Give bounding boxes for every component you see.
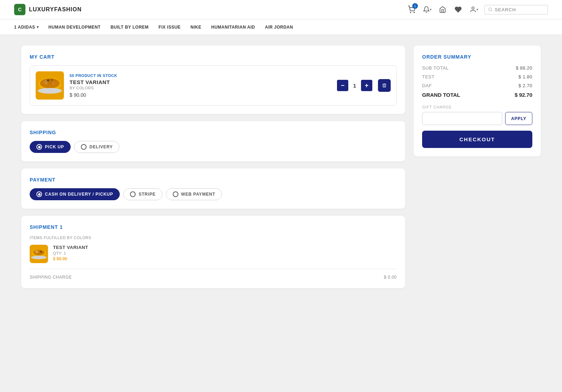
shipping-title: SHIPPING	[30, 130, 397, 135]
stripe-label: STRIPE	[138, 192, 155, 197]
bell-chevron: ▾	[430, 8, 432, 11]
stripe-button[interactable]: STRIPE	[123, 188, 162, 200]
test-value: $ 1.80	[519, 74, 532, 79]
store-icon[interactable]	[438, 5, 448, 14]
web-payment-radio-icon	[173, 191, 178, 197]
product-image	[36, 71, 64, 100]
nav-item-humanitarian-aid[interactable]: HUMANITARIAN AID	[211, 25, 255, 30]
gift-charge-label: GIFT CHARGE	[422, 105, 532, 109]
shipment-item: TEST VARIANT QTY: 1 $ 90.00	[30, 245, 397, 263]
logo-icon[interactable]: C	[14, 4, 25, 15]
pickup-label: PICK UP	[45, 144, 64, 149]
delivery-button[interactable]: DELIVERY	[74, 141, 119, 153]
pickup-radio-icon	[36, 144, 42, 150]
nav-item-adidas[interactable]: 1 ADIDAS	[14, 25, 39, 30]
in-stock-label: 50 PRODUCT IN STOCK	[70, 73, 331, 78]
svg-point-12	[51, 79, 53, 81]
gift-charge-input[interactable]	[422, 112, 502, 125]
payment-title: PAYMENT	[30, 177, 397, 183]
test-row: TEST $ 1.80	[422, 74, 532, 79]
shipment-title: SHIPMENT 1	[30, 224, 397, 230]
grand-total-value: $ 92.70	[515, 92, 532, 98]
bell-icon[interactable]: ▾	[422, 5, 432, 14]
cart-title: MY CART	[30, 54, 397, 60]
shipping-charge-value: $ 0.00	[384, 275, 397, 280]
apply-button[interactable]: APPLY	[505, 112, 532, 125]
cart-item-image	[36, 71, 64, 100]
payment-card: PAYMENT CASH ON DELIVERY / PICKUP STRIPE…	[21, 168, 405, 209]
delivery-radio-icon	[81, 144, 87, 150]
nav-item-fix-issue[interactable]: FIX ISSUE	[159, 25, 181, 30]
qty-decrease-button[interactable]: −	[337, 80, 348, 91]
user-chevron: ▾	[477, 8, 478, 11]
nav-item-air-jordan[interactable]: AIR JORDAN	[265, 25, 293, 30]
nav-item-built-by-lorem[interactable]: BUILT BY LOREM	[111, 25, 149, 30]
web-payment-label: WEB PAYMENT	[181, 192, 215, 197]
header-left: C LUXURYFASHION	[14, 4, 82, 15]
svg-point-18	[40, 251, 42, 253]
shipment-product-image	[30, 245, 48, 263]
delivery-label: DELIVERY	[89, 144, 113, 149]
left-panel: MY CART	[21, 46, 405, 288]
grand-total-row: GRAND TOTAL $ 92.70	[422, 92, 532, 98]
web-payment-button[interactable]: WEB PAYMENT	[166, 188, 222, 200]
shipment-item-price: $ 90.00	[53, 256, 88, 261]
svg-point-13	[38, 88, 62, 94]
trash-icon	[382, 83, 387, 88]
subtotal-row: SUB TOTAL $ 88.20	[422, 65, 532, 71]
right-panel: ORDER SUMMARY SUB TOTAL $ 88.20 TEST $ 1…	[414, 46, 541, 156]
svg-point-1	[414, 12, 414, 13]
heart-icon[interactable]	[453, 5, 463, 14]
daf-label: DAF	[422, 83, 432, 88]
search-input[interactable]	[495, 7, 544, 12]
header-right: 1 ▾ ▾	[407, 5, 548, 14]
shipping-charge-row: SHIPPING CHARGE $ 0.00	[30, 275, 397, 280]
test-label: TEST	[422, 74, 434, 79]
svg-point-11	[47, 79, 49, 82]
daf-value: $ 2.70	[519, 83, 532, 88]
shipping-charge-label: SHIPPING CHARGE	[30, 275, 72, 280]
svg-point-3	[489, 8, 492, 11]
cart-item: 50 PRODUCT IN STOCK TEST VARIANT BY COLO…	[30, 65, 397, 106]
svg-point-16	[33, 250, 45, 255]
delete-item-button[interactable]	[378, 79, 391, 92]
shipment-item-name: TEST VARIANT	[53, 245, 88, 250]
svg-point-2	[472, 7, 474, 10]
shipment-item-details: TEST VARIANT QTY: 1 $ 90.00	[53, 245, 88, 261]
search-bar[interactable]	[484, 5, 548, 14]
nav-item-human-development[interactable]: HUMAN DEVELOPMENT	[48, 25, 101, 30]
header: C LUXURYFASHION 1 ▾	[0, 0, 562, 19]
nav-left: 1 ADIDAS HUMAN DEVELOPMENT BUILT BY LORE…	[14, 25, 293, 30]
cart-icon[interactable]: 1	[407, 5, 416, 14]
grand-total-label: GRAND TOTAL	[422, 92, 460, 98]
svg-point-0	[410, 12, 411, 13]
subtotal-label: SUB TOTAL	[422, 65, 449, 71]
payment-options: CASH ON DELIVERY / PICKUP STRIPE WEB PAY…	[30, 188, 397, 200]
order-summary-card: ORDER SUMMARY SUB TOTAL $ 88.20 TEST $ 1…	[414, 46, 541, 156]
cart-item-details: 50 PRODUCT IN STOCK TEST VARIANT BY COLO…	[70, 73, 331, 98]
logo-text: LUXURYFASHION	[29, 6, 82, 13]
gift-input-row: APPLY	[422, 112, 532, 125]
search-icon	[488, 7, 492, 12]
cart-card: MY CART	[21, 46, 405, 114]
order-summary-title: ORDER SUMMARY	[422, 54, 532, 60]
stripe-radio-icon	[130, 191, 136, 197]
qty-controls: − 1 +	[337, 79, 391, 92]
shipment-item-image	[30, 245, 48, 263]
qty-value: 1	[351, 83, 358, 89]
divider	[30, 269, 397, 269]
cash-on-delivery-button[interactable]: CASH ON DELIVERY / PICKUP	[30, 188, 120, 200]
user-icon[interactable]: ▾	[469, 5, 479, 14]
qty-increase-button[interactable]: +	[361, 80, 372, 91]
shipment-card: SHIPMENT 1 ITEMS FULFILLED BY COLORS TES…	[21, 216, 405, 288]
item-price: $ 90.00	[70, 92, 331, 98]
shipping-card: SHIPPING PICK UP DELIVERY	[21, 121, 405, 161]
pickup-button[interactable]: PICK UP	[30, 141, 71, 153]
svg-point-17	[35, 250, 38, 253]
nav-item-nike[interactable]: NIKE	[190, 25, 201, 30]
shipment-subtitle: ITEMS FULFILLED BY COLORS	[30, 236, 397, 240]
svg-point-10	[44, 78, 55, 84]
checkout-button[interactable]: CHECKOUT	[422, 131, 532, 148]
cash-radio-icon	[36, 191, 42, 197]
subtotal-value: $ 88.20	[516, 65, 532, 71]
